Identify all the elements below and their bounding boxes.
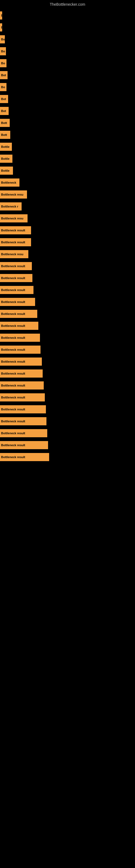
bar-row: Bott <box>0 118 135 128</box>
bar-item: Bottleneck resu <box>0 214 28 222</box>
bar-item: Bottleneck resu <box>0 190 27 198</box>
bar-item: Bottleneck result <box>0 226 31 235</box>
bar-row: Bottleneck resu <box>0 213 135 223</box>
bar-row: Bottle <box>0 154 135 164</box>
bar-item: Bottle <box>0 155 12 163</box>
bar-item: Bottleneck result <box>0 322 38 330</box>
bar-item: Bott <box>0 119 10 127</box>
bar-row: Bottleneck result <box>0 428 135 438</box>
bar-item: Bottleneck result <box>0 441 48 449</box>
bar-row: Bo <box>0 46 135 56</box>
bar-row: Bo <box>0 34 135 44</box>
bar-row: B <box>0 22 135 33</box>
bar-item: Bo <box>0 83 6 91</box>
bar-row: Bot <box>0 106 135 116</box>
bar-item: Bottleneck result <box>0 262 32 270</box>
bar-item: Bottle <box>0 166 13 175</box>
bar-row: Bottleneck result <box>0 380 135 391</box>
site-title: TheBottlenecker.com <box>0 0 135 8</box>
bar-item: Bottleneck result <box>0 429 47 437</box>
bar-item: B <box>0 23 2 31</box>
bars-container: BBBoBoBoBotBoBotBotBottBottBottleBottleB… <box>0 8 135 467</box>
bar-row: Bottle <box>0 165 135 176</box>
bar-row: B <box>0 10 135 21</box>
bar-row: Bottleneck result <box>0 356 135 367</box>
bar-row: Bo <box>0 82 135 92</box>
bar-row: Bot <box>0 70 135 80</box>
bar-row: Bottleneck result <box>0 321 135 331</box>
bar-row: Bottleneck result <box>0 237 135 247</box>
bar-row: Bottleneck result <box>0 368 135 379</box>
bar-item: Bo <box>0 35 5 43</box>
bar-row: Bottleneck result <box>0 225 135 236</box>
bar-row: Bottleneck result <box>0 273 135 283</box>
bar-row: Bottleneck result <box>0 440 135 450</box>
bar-row: Bo <box>0 58 135 68</box>
bar-item: Bott <box>0 131 10 139</box>
bar-item: Bottleneck result <box>0 310 37 318</box>
bar-item: Bottleneck resu <box>0 250 28 258</box>
bar-row: Bottleneck resu <box>0 249 135 259</box>
bar-item: Bottleneck result <box>0 274 32 282</box>
bar-row: Bottleneck r <box>0 201 135 212</box>
bar-row: Bottleneck result <box>0 309 135 319</box>
bar-row: Bottleneck result <box>0 261 135 271</box>
bar-item: Bottleneck result <box>0 334 40 342</box>
bar-item: Bo <box>0 47 6 55</box>
bar-item: Bottle <box>0 143 12 151</box>
bar-item: Bottleneck result <box>0 417 46 425</box>
bar-item: B <box>0 11 2 20</box>
bar-item: Bottleneck result <box>0 358 42 366</box>
bar-item: Bottleneck result <box>0 346 41 354</box>
bar-row: Bottleneck result <box>0 344 135 355</box>
bar-item: Bottleneck result <box>0 238 31 246</box>
bar-item: Bottleneck result <box>0 369 43 378</box>
bar-row: Bottleneck result <box>0 297 135 307</box>
bar-item: Bottleneck result <box>0 286 34 294</box>
bar-item: Bottleneck result <box>0 405 46 413</box>
bar-item: Bottleneck result <box>0 298 35 306</box>
bar-row: Bot <box>0 94 135 104</box>
bar-row: Bottle <box>0 142 135 152</box>
bar-row: Bottleneck result <box>0 285 135 295</box>
bar-row: Bottleneck resu <box>0 189 135 199</box>
bar-row: Bottleneck result <box>0 452 135 462</box>
bar-row: Bottleneck result <box>0 416 135 426</box>
bar-row: Bottleneck <box>0 177 135 188</box>
bar-item: Bottleneck <box>0 179 19 187</box>
bar-item: Bottleneck result <box>0 393 45 401</box>
bar-row: Bottleneck result <box>0 333 135 343</box>
bar-row: Bottleneck result <box>0 392 135 403</box>
bar-item: Bo <box>0 59 6 67</box>
bar-item: Bot <box>0 71 8 79</box>
bar-item: Bottleneck result <box>0 381 44 390</box>
bar-item: Bottleneck result <box>0 453 49 461</box>
bar-item: Bot <box>0 95 8 103</box>
bar-item: Bot <box>0 107 9 115</box>
bar-row: Bott <box>0 130 135 140</box>
bar-item: Bottleneck r <box>0 203 21 211</box>
bar-row: Bottleneck result <box>0 404 135 414</box>
